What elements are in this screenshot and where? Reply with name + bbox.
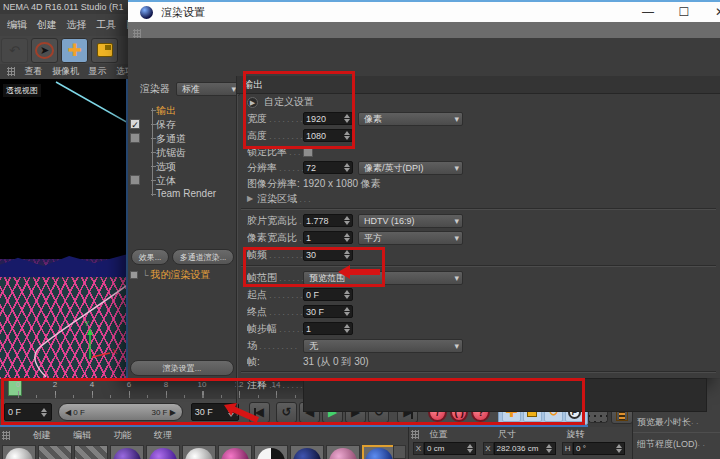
stepper-icon[interactable]	[343, 249, 350, 260]
material-manager: 创建 编辑 功能 纹理	[0, 427, 408, 459]
pixel-aspect-field[interactable]: 1	[303, 231, 353, 244]
height-field[interactable]: 1080	[303, 129, 353, 142]
tree-item-options[interactable]: 选项	[156, 160, 176, 174]
resolution-unit-dropdown[interactable]: 像素/英寸(DPI)	[358, 161, 463, 175]
stepper-icon[interactable]	[343, 232, 350, 243]
material-thumb-selected[interactable]	[362, 445, 396, 459]
material-sphere	[221, 448, 249, 459]
mat-menu-function[interactable]: 功能	[114, 427, 132, 444]
effect-button[interactable]: 效果...	[131, 249, 169, 265]
width-field[interactable]: 1920	[303, 112, 353, 125]
mat-menu-texture[interactable]: 纹理	[154, 427, 172, 444]
material-thumb[interactable]	[182, 445, 216, 459]
stepper-icon[interactable]	[343, 113, 350, 124]
stepper-icon[interactable]	[615, 443, 622, 454]
dialog-title-bar[interactable]: 渲染设置 — ☐ ✕	[128, 0, 720, 22]
start-frame-field[interactable]: 0 F	[303, 288, 353, 301]
expand-triangle-icon[interactable]: ▶	[247, 194, 253, 203]
pixel-aspect-label: 像素宽高比	[247, 231, 303, 245]
stepper-icon[interactable]	[41, 407, 48, 418]
multipass-render-button[interactable]: 多通道渲染...	[172, 249, 234, 265]
menu-select[interactable]: 选择	[67, 14, 87, 36]
material-thumb[interactable]	[110, 445, 144, 459]
size-x-field[interactable]: 282.036 cm	[494, 442, 556, 455]
stepper-icon[interactable]	[343, 289, 350, 300]
film-aspect-dropdown[interactable]: HDTV (16:9)	[358, 214, 463, 228]
viewport-title: 透视视图	[3, 84, 41, 97]
minimize-button[interactable]: —	[633, 2, 663, 22]
material-thumb[interactable]	[38, 445, 72, 459]
grip-icon[interactable]	[411, 430, 419, 439]
material-thumb[interactable]	[146, 445, 180, 459]
stereo-checkbox[interactable]	[130, 175, 140, 185]
lock-ratio-checkbox[interactable]	[303, 147, 313, 157]
end-frame-field[interactable]: 30 F	[191, 403, 239, 421]
end-frame-field[interactable]: 30 F	[303, 305, 353, 318]
tree-item-stereo[interactable]: 立体	[156, 174, 176, 188]
maximize-button[interactable]: ☐	[669, 2, 699, 22]
rotation-h-field[interactable]: 0 °	[573, 442, 625, 455]
pixel-aspect-dropdown[interactable]: 平方	[358, 231, 463, 245]
tree-item-output[interactable]: 输出	[156, 104, 176, 118]
frame-step-label: 帧步幅	[247, 322, 303, 336]
custom-settings-toggle[interactable]: ▶	[247, 97, 258, 108]
perspective-viewport[interactable]: Y X 透视视图	[0, 79, 128, 379]
tree-item-team-render[interactable]: Team Render	[156, 188, 216, 199]
material-thumb[interactable]	[2, 445, 36, 459]
grip-icon[interactable]	[2, 431, 10, 440]
grip-icon[interactable]	[7, 67, 15, 76]
main-title: NEMA 4D R16.011 Studio (R1	[3, 2, 123, 12]
render-settings-button[interactable]: 渲染设置...	[130, 360, 234, 376]
frame-range-dropdown[interactable]: 预览范围	[303, 271, 463, 285]
tree-item-save[interactable]: 保存	[156, 118, 176, 132]
position-x-field[interactable]: 0 cm	[424, 442, 476, 455]
vp-menu-camera[interactable]: 摄像机	[52, 64, 79, 79]
vp-menu-display[interactable]: 显示	[89, 64, 107, 79]
resolution-label: 分辨率	[247, 161, 303, 175]
stepper-icon[interactable]	[343, 306, 350, 317]
mat-menu-edit[interactable]: 编辑	[73, 427, 91, 444]
frame-rate-label: 帧频	[247, 248, 303, 262]
vp-menu-view[interactable]: 查看	[25, 64, 43, 79]
material-sphere	[185, 448, 213, 459]
material-scroll-stepper[interactable]	[393, 445, 406, 459]
tree-item-antialias[interactable]: 抗锯齿	[156, 146, 186, 160]
preset-row[interactable]: └ 我的渲染设置	[130, 268, 210, 282]
stepper-icon[interactable]	[343, 323, 350, 334]
menu-tools[interactable]: 工具	[96, 14, 116, 36]
save-checkbox[interactable]: ✓	[130, 119, 140, 129]
stepper-icon[interactable]	[546, 443, 553, 454]
stepper-icon[interactable]	[466, 443, 473, 454]
frame-rate-field[interactable]: 30	[303, 248, 353, 261]
vp-menu-options[interactable]: 选项	[116, 64, 128, 79]
resolution-field[interactable]: 72	[303, 161, 353, 174]
live-selection-button[interactable]: ➤	[31, 38, 58, 63]
menu-create[interactable]: 创建	[37, 14, 57, 36]
move-tool-button[interactable]: ✚	[61, 38, 88, 63]
dialog-drag-strip[interactable]	[128, 22, 720, 38]
material-thumb[interactable]	[74, 445, 108, 459]
undo-button[interactable]: ↶	[1, 38, 28, 63]
stepper-icon[interactable]	[343, 162, 350, 173]
menu-edit[interactable]: 编辑	[7, 14, 27, 36]
multipass-checkbox[interactable]	[130, 133, 140, 143]
stepper-icon[interactable]	[343, 215, 350, 226]
current-frame-field[interactable]: 0 F	[4, 403, 52, 421]
stepper-icon[interactable]	[228, 407, 235, 418]
material-thumb[interactable]	[218, 445, 252, 459]
material-thumb[interactable]	[326, 445, 360, 459]
close-button[interactable]: ✕	[705, 2, 720, 22]
stepper-icon[interactable]	[343, 130, 350, 141]
note-textarea[interactable]	[303, 378, 707, 412]
width-unit-dropdown[interactable]: 像素	[358, 112, 463, 126]
film-aspect-field[interactable]: 1.778	[303, 214, 353, 227]
scale-tool-button[interactable]	[91, 38, 118, 63]
mat-menu-create[interactable]: 创建	[33, 427, 51, 444]
material-thumb[interactable]	[290, 445, 324, 459]
preview-range-slider[interactable]: ◀ 0 F 30 F ▶	[58, 403, 183, 421]
field-dropdown[interactable]: 无	[303, 339, 463, 353]
tree-item-multipass[interactable]: 多通道	[156, 132, 186, 146]
frame-step-field[interactable]: 1	[303, 322, 353, 335]
renderer-dropdown[interactable]: 标准	[176, 82, 240, 96]
material-thumb[interactable]	[254, 445, 288, 459]
